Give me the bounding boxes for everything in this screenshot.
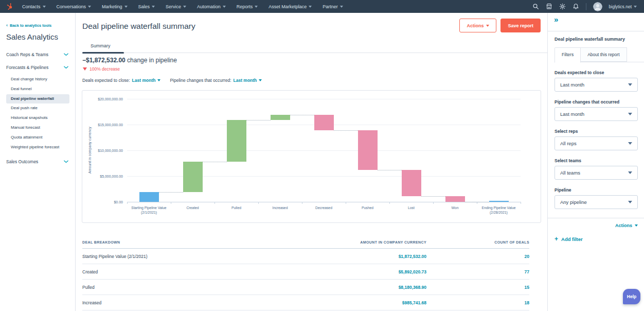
analytics-sidebar: ‹ Back to analytics tools Sales Analytic… bbox=[0, 13, 76, 311]
sidebar-section-coach-reps-teams[interactable]: Coach Reps & Teams bbox=[6, 52, 75, 57]
x-axis-tick bbox=[521, 202, 521, 204]
column-header-amount[interactable]: AMOUNT IN COMPANY CURRENCY bbox=[288, 236, 426, 249]
tab-summary[interactable]: Summary bbox=[82, 40, 124, 53]
nav-item[interactable]: Service bbox=[166, 4, 186, 9]
sidebar-item[interactable]: Deal push rate bbox=[6, 103, 69, 113]
sidebar-item[interactable]: Deal change history bbox=[6, 75, 69, 84]
chevron-down-icon bbox=[223, 6, 226, 8]
chevron-down-icon bbox=[152, 6, 155, 8]
cell-amount-link[interactable]: $985,741.68 bbox=[288, 295, 426, 310]
waterfall-connector bbox=[378, 170, 402, 170]
nav-item[interactable]: Asset Marketplace bbox=[269, 4, 312, 9]
settings-gear-icon[interactable] bbox=[559, 3, 566, 10]
filter-select[interactable]: Last month bbox=[554, 78, 638, 92]
waterfall-connector bbox=[203, 162, 227, 162]
waterfall-bar-lost[interactable] bbox=[402, 170, 421, 196]
account-menu[interactable]: biglytics.net bbox=[609, 4, 637, 9]
y-axis-tick-label: $15,000,000.00 bbox=[88, 123, 123, 127]
y-axis-tick-label: $10,000,000.00 bbox=[88, 149, 123, 152]
sidebar-item[interactable]: Manual forecast bbox=[6, 123, 69, 133]
cell-amount-link[interactable]: $8,180,368.90 bbox=[288, 280, 426, 295]
x-axis-tick bbox=[258, 202, 259, 204]
tab-filters[interactable]: Filters bbox=[554, 47, 581, 63]
sidebar-item[interactable]: Deal funnel bbox=[6, 84, 69, 94]
waterfall-connector bbox=[465, 202, 489, 202]
panel-actions-button[interactable]: Actions bbox=[554, 223, 638, 228]
cell-amount-link[interactable]: $5,892,020.73 bbox=[288, 264, 426, 280]
waterfall-bar-decreased[interactable] bbox=[314, 115, 334, 130]
notifications-bell-icon[interactable] bbox=[573, 3, 579, 10]
x-axis-category-label: Pushed bbox=[346, 205, 389, 210]
table-header-row: DEAL BREAKDOWN AMOUNT IN COMPANY CURRENC… bbox=[82, 236, 529, 249]
cell-count-link[interactable]: 15 bbox=[426, 280, 529, 295]
save-report-button[interactable]: Save report bbox=[500, 19, 541, 32]
filter-select[interactable]: All teams bbox=[554, 166, 638, 180]
table-row: Created $5,892,020.73 77 bbox=[82, 264, 529, 280]
chevron-down-icon bbox=[43, 6, 46, 8]
waterfall-connector bbox=[334, 130, 358, 131]
filter-group: Pipeline changes that occurred Last mont… bbox=[554, 99, 638, 121]
waterfall-bar-ending-pipeline-value-2-28-2021[interactable] bbox=[489, 201, 509, 202]
filter-label: Deals expected to close bbox=[554, 70, 638, 75]
inline-filter-dropdown[interactable]: Last month bbox=[132, 78, 161, 83]
primary-nav: Contacts Conversations Marketing Sales S… bbox=[22, 4, 343, 9]
waterfall-connector bbox=[290, 115, 314, 115]
nav-item[interactable]: Marketing bbox=[102, 4, 128, 9]
x-axis-tick bbox=[346, 202, 346, 204]
account-name: biglytics.net bbox=[609, 4, 632, 9]
sidebar-item[interactable]: Weighted pipeline forecast bbox=[6, 143, 69, 152]
report-tabs: Summary bbox=[82, 40, 547, 53]
x-axis-tick bbox=[433, 202, 434, 204]
waterfall-bar-created[interactable] bbox=[183, 162, 203, 192]
cell-count-link[interactable]: 20 bbox=[426, 249, 529, 264]
back-to-analytics-link[interactable]: ‹ Back to analytics tools bbox=[6, 23, 75, 28]
filter-select[interactable]: All reps bbox=[554, 136, 638, 150]
tab-about-this-report[interactable]: About this report bbox=[581, 47, 627, 62]
inline-filter-dropdown[interactable]: Last month bbox=[234, 78, 262, 83]
hubspot-logo-icon[interactable] bbox=[6, 3, 14, 10]
column-header-count[interactable]: COUNT OF DEALS bbox=[426, 236, 529, 249]
chevron-down-icon bbox=[64, 53, 68, 56]
sidebar-item[interactable]: Historical snapshots bbox=[6, 113, 69, 123]
nav-item[interactable]: Contacts bbox=[22, 4, 46, 9]
column-header-deal-breakdown[interactable]: DEAL BREAKDOWN bbox=[82, 236, 288, 249]
filter-label: Select reps bbox=[554, 129, 638, 134]
actions-button[interactable]: Actions bbox=[459, 19, 496, 32]
waterfall-bar-pulled[interactable] bbox=[227, 120, 246, 162]
nav-item[interactable]: Reports bbox=[237, 4, 258, 9]
filter-group: Select teams All teams bbox=[554, 158, 638, 180]
nav-item[interactable]: Automation bbox=[197, 4, 226, 9]
cell-amount-link[interactable]: $1,872,532.00 bbox=[288, 249, 426, 264]
waterfall-bar-increased[interactable] bbox=[271, 115, 290, 120]
chevron-down-icon bbox=[309, 6, 312, 8]
marketplace-icon[interactable] bbox=[546, 3, 552, 10]
sidebar-title: Sales Analytics bbox=[6, 32, 75, 41]
sidebar-item[interactable]: Deal pipeline waterfall bbox=[6, 94, 69, 104]
avatar[interactable] bbox=[593, 2, 602, 11]
metric-amount: −$1,872,532.00 bbox=[82, 57, 126, 64]
waterfall-bar-pushed[interactable] bbox=[358, 130, 378, 170]
chevron-down-icon bbox=[88, 6, 91, 8]
nav-item[interactable]: Conversations bbox=[57, 4, 92, 9]
filter-select[interactable]: Last month bbox=[554, 107, 638, 121]
sidebar-section-forecasts-pipelines[interactable]: Forecasts & Pipelines bbox=[6, 65, 75, 70]
collapse-panel-icon[interactable]: » bbox=[554, 15, 558, 24]
help-button[interactable]: Help bbox=[623, 289, 640, 304]
waterfall-connector bbox=[421, 196, 445, 197]
add-filter-button[interactable]: + Add filter bbox=[554, 236, 638, 242]
waterfall-bar-starting-pipeline-value-2-1-2021[interactable] bbox=[139, 192, 159, 202]
cell-count-link[interactable]: 18 bbox=[426, 295, 529, 310]
waterfall-bar-won[interactable] bbox=[445, 196, 465, 202]
sidebar-section-sales-outcomes[interactable]: Sales Outcomes bbox=[6, 159, 75, 164]
nav-item[interactable]: Partner bbox=[323, 4, 343, 9]
chevron-down-icon bbox=[124, 6, 128, 8]
sidebar-item[interactable]: Quota attainment bbox=[6, 133, 69, 143]
x-axis-tick bbox=[127, 202, 128, 204]
app-root: Contacts Conversations Marketing Sales S… bbox=[0, 0, 644, 311]
filter-select[interactable]: Any pipeline bbox=[554, 195, 638, 209]
cell-count-link[interactable]: 77 bbox=[426, 264, 529, 280]
panel-body: Deal pipeline waterfall summary Filters … bbox=[548, 31, 644, 311]
chevron-down-icon bbox=[628, 201, 632, 203]
search-icon[interactable] bbox=[532, 3, 539, 10]
nav-item[interactable]: Sales bbox=[138, 4, 155, 9]
